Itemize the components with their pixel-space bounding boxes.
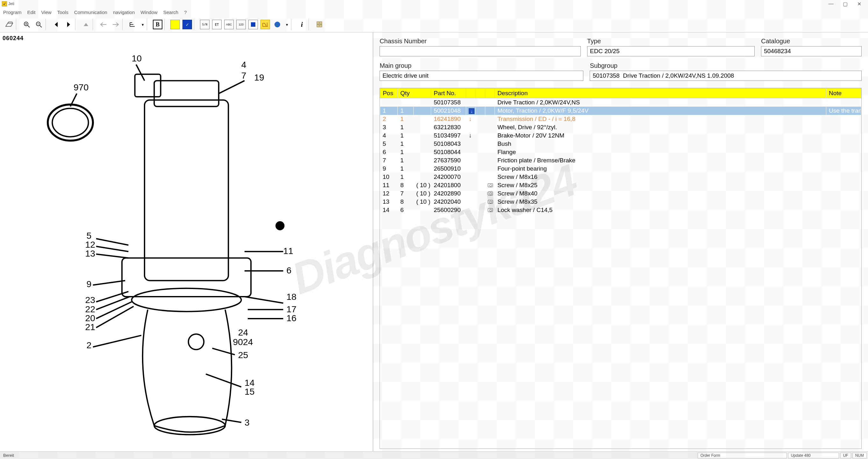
cell-arrow: ↓ <box>466 131 476 140</box>
globe-dropdown-icon[interactable]: ▾ <box>285 20 289 29</box>
cell-cam <box>485 165 495 173</box>
table-row[interactable]: 1150021048↓Motor, Traction / 2,0KW/F 9,5… <box>380 107 861 115</box>
cell-part: 25600290 <box>431 206 466 214</box>
table-row[interactable]: 2116241890↓Transmission / ED - / i = 16,… <box>380 115 861 123</box>
table-row[interactable]: 10124200070Screw / M8x16 <box>380 173 861 181</box>
menu-window[interactable]: Window <box>141 9 157 15</box>
forward-icon[interactable] <box>111 20 120 29</box>
table-row[interactable]: 7127637590Friction plate / Bremse/Brake <box>380 156 861 165</box>
cell-pos: 14 <box>380 206 398 214</box>
cell-arrow <box>466 181 476 189</box>
tree-dropdown-icon[interactable]: ▾ <box>141 20 145 29</box>
catalogue-input[interactable] <box>761 46 862 56</box>
camera-icon[interactable] <box>488 208 493 212</box>
table-row[interactable]: 14625600290Lock washer / C14,5 <box>380 206 861 214</box>
cell-qty: 1 <box>398 156 414 165</box>
prev-icon[interactable] <box>52 20 61 29</box>
th-pos[interactable]: Pos <box>380 89 398 98</box>
globe-icon[interactable] <box>273 20 282 29</box>
expand-icon[interactable]: ↓ <box>469 116 472 122</box>
tree-icon[interactable] <box>128 20 138 29</box>
cell-arrow <box>466 206 476 214</box>
menu-edit[interactable]: Edit <box>27 9 36 15</box>
type-input[interactable] <box>587 46 755 56</box>
cell-qty2 <box>414 173 431 181</box>
th-desc[interactable]: Description <box>495 89 826 98</box>
camera-icon[interactable] <box>488 183 493 187</box>
cell-desc: Motor, Traction / 2,0KW/F 9,5/24V <box>495 107 826 115</box>
camera-icon[interactable] <box>488 200 493 204</box>
status-orderform[interactable]: Order Form <box>698 453 787 458</box>
next-icon[interactable] <box>64 20 73 29</box>
cell-qty: 1 <box>398 107 414 115</box>
zoom-in-icon[interactable] <box>22 20 32 29</box>
app-icon <box>2 1 7 6</box>
svg-line-28 <box>245 297 283 303</box>
table-row[interactable]: 4151034997↓Brake-Motor / 20V 12NM <box>380 131 861 140</box>
zoom-out-icon[interactable] <box>34 20 43 29</box>
th-qty[interactable]: Qty <box>398 89 431 98</box>
table-row[interactable]: 6150108044Flange <box>380 148 861 156</box>
parts-table[interactable]: Pos Qty Part No. Description Note 501073… <box>379 88 862 449</box>
cell-note <box>826 115 861 123</box>
cell-desc: Brake-Motor / 20V 12NM <box>495 131 826 140</box>
svg-rect-17 <box>154 80 219 106</box>
table-row[interactable]: 5150108043Bush <box>380 140 861 148</box>
date-icon[interactable] <box>248 20 258 29</box>
menu-search[interactable]: Search <box>163 9 179 15</box>
menu-navigation[interactable]: navigation <box>113 9 135 15</box>
sn-icon[interactable]: S/N <box>200 20 210 29</box>
svg-point-13 <box>52 108 88 137</box>
bold-icon[interactable]: B <box>153 20 162 29</box>
menu-help[interactable]: ? <box>184 9 187 15</box>
expand-icon[interactable]: ↓ <box>469 132 472 139</box>
th-part[interactable]: Part No. <box>431 89 466 98</box>
forklift-icon[interactable] <box>260 20 270 29</box>
cell-pos: 4 <box>380 131 398 140</box>
cell-part: 50108044 <box>431 148 466 156</box>
svg-text:12: 12 <box>85 239 95 250</box>
table-row[interactable]: 118( 10 )24201800Screw / M8x25 <box>380 181 861 189</box>
cell-qty: 7 <box>398 189 414 198</box>
et-icon[interactable]: ET <box>212 20 222 29</box>
info-icon[interactable]: i <box>297 20 307 29</box>
cabinet-icon[interactable] <box>315 20 324 29</box>
menu-tools[interactable]: Tools <box>57 9 68 15</box>
maximize-button[interactable]: ▢ <box>838 0 852 7</box>
expand-icon[interactable]: ↓ <box>469 108 474 114</box>
back-icon[interactable] <box>99 20 108 29</box>
blue-check-icon[interactable]: ✓ <box>182 20 192 29</box>
table-row[interactable]: 127( 10 )24202890Screw / M8x40 <box>380 189 861 198</box>
table-row[interactable]: 9126500910Four-point bearing <box>380 165 861 173</box>
close-button[interactable]: ✕ <box>852 0 866 7</box>
camera-icon[interactable] <box>488 192 493 195</box>
cell-arrow <box>466 189 476 198</box>
th-note[interactable]: Note <box>826 89 861 98</box>
menu-view[interactable]: View <box>41 9 51 15</box>
table-row[interactable]: 3163212830Wheel, Drive / 92°/zyl. <box>380 123 861 131</box>
num-icon[interactable]: 123 <box>236 20 246 29</box>
minimize-button[interactable]: — <box>824 0 838 7</box>
diagram-panel[interactable]: 060244 970 <box>0 32 373 451</box>
menu-program[interactable]: Program <box>3 9 22 15</box>
svg-point-11 <box>319 26 320 26</box>
svg-text:11: 11 <box>283 246 293 256</box>
table-row[interactable]: 50107358Drive Traction / 2,0KW/24V,NS <box>380 98 861 107</box>
cell-qty: 1 <box>398 148 414 156</box>
svg-line-24 <box>96 247 128 252</box>
svg-line-56 <box>93 335 142 347</box>
abc-icon[interactable]: ABC <box>224 20 234 29</box>
menu-communication[interactable]: Communication <box>74 9 107 15</box>
svg-rect-16 <box>145 100 228 281</box>
chassis-input[interactable] <box>379 46 581 56</box>
maingroup-input[interactable] <box>379 71 583 81</box>
yellow-marker-icon[interactable] <box>170 20 180 29</box>
table-row[interactable]: 138( 10 )24202040Screw / M8x35 <box>380 198 861 206</box>
svg-point-7 <box>275 22 280 27</box>
subgroup-input[interactable] <box>590 71 862 81</box>
cell-qty2: ( 10 ) <box>414 181 431 189</box>
cell-cam <box>485 198 495 206</box>
home-icon[interactable] <box>4 20 14 29</box>
up-icon[interactable] <box>81 20 91 29</box>
cell-cam <box>485 98 495 107</box>
